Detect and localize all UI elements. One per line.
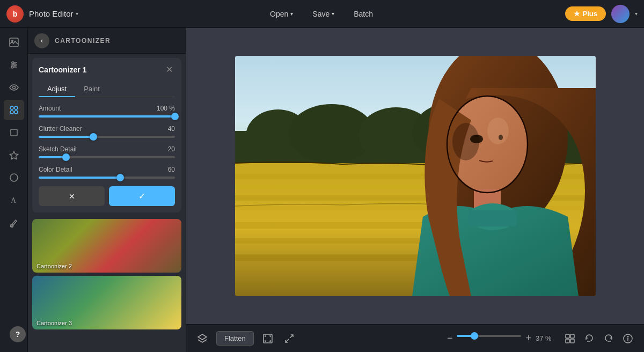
sidebar-icon-eye[interactable] [4, 77, 24, 98]
bottom-right-icons [562, 331, 635, 346]
svg-rect-52 [570, 334, 574, 338]
avatar-dropdown-icon[interactable]: ▾ [635, 11, 638, 17]
app-logo: b [6, 5, 24, 23]
main-area: A ‹ CARTOONIZER Cartoonizer 1 ✕ Adjust P… [0, 28, 644, 352]
sidebar-icon-brush[interactable] [4, 212, 24, 233]
sidebar-icon-effects[interactable] [4, 100, 24, 120]
sidebar-icon-text[interactable]: A [4, 190, 24, 210]
sliders-container: Amount 100 % Clutter Cleaner 40 Sketch D… [39, 105, 175, 179]
slider-label-row-1: Clutter Cleaner 40 [39, 125, 175, 133]
bottom-bar: Flatten − + 37 % [186, 324, 644, 352]
slider-label-0: Amount [39, 105, 61, 112]
slider-fill-1 [39, 136, 93, 138]
slider-label-row-0: Amount 100 % [39, 105, 175, 112]
panel-title: CARTOONIZER [55, 37, 111, 45]
tabs: Adjust Paint [39, 82, 175, 97]
svg-point-17 [10, 225, 13, 228]
photo-frame [235, 56, 596, 296]
panel-back-button[interactable]: ‹ [34, 33, 49, 48]
slider-track-2[interactable] [39, 156, 175, 158]
slider-label-3: Color Detail [39, 166, 72, 173]
slider-thumb-1[interactable] [90, 133, 97, 141]
slider-row-2: Sketch Detail 20 [39, 145, 175, 158]
thumbnail-cartoonizer2[interactable]: Cartoonizer 2 [32, 219, 181, 273]
zoom-track [457, 335, 521, 337]
app-name-button[interactable]: Photo Editor ▾ [29, 9, 78, 18]
zoom-thumb[interactable] [471, 332, 478, 340]
card-header: Cartoonizer 1 ✕ [39, 64, 175, 75]
confirm-button[interactable]: ✓ [109, 186, 175, 206]
cancel-button[interactable]: ✕ [39, 186, 105, 206]
sidebar-icon-adjust[interactable] [4, 55, 24, 75]
svg-point-12 [14, 111, 18, 114]
svg-line-50 [286, 339, 289, 342]
layers-button[interactable] [195, 331, 210, 346]
svg-point-9 [10, 106, 13, 109]
svg-rect-13 [11, 129, 17, 136]
cartoonizer-card: Cartoonizer 1 ✕ Adjust Paint Amount 100 … [32, 58, 181, 212]
save-button[interactable]: Save ▾ [305, 6, 342, 21]
topbar-center: Open ▾ Save ▾ Batch [78, 6, 565, 21]
open-button[interactable]: Open ▾ [262, 6, 301, 21]
slider-row-0: Amount 100 % [39, 105, 175, 118]
svg-point-7 [11, 66, 13, 68]
topbar-right: ★ Plus ▾ [565, 5, 638, 23]
tab-adjust[interactable]: Adjust [39, 82, 75, 97]
panel-header: ‹ CARTOONIZER [28, 28, 186, 54]
svg-point-57 [627, 336, 628, 337]
thumb-label-3: Cartoonizer 3 [36, 320, 72, 326]
thumbnail-cartoonizer3[interactable]: Cartoonizer 3 [32, 276, 181, 329]
svg-marker-14 [10, 151, 18, 159]
app-name-label: Photo Editor [29, 9, 74, 18]
zoom-out-button[interactable]: − [447, 333, 453, 344]
svg-rect-51 [566, 334, 569, 338]
panel: ‹ CARTOONIZER Cartoonizer 1 ✕ Adjust Pai… [28, 28, 186, 352]
slider-track-3[interactable] [39, 177, 175, 179]
svg-text:A: A [11, 196, 17, 204]
slider-track-0[interactable] [39, 115, 175, 118]
svg-point-6 [14, 64, 16, 66]
svg-rect-54 [570, 339, 574, 343]
zoom-controls: − + 37 % [447, 333, 556, 344]
photo-svg [235, 56, 596, 296]
batch-button[interactable]: Batch [346, 6, 380, 21]
zoom-slider[interactable] [457, 335, 521, 342]
avatar[interactable] [611, 5, 630, 23]
undo-button[interactable] [582, 331, 597, 346]
flatten-button[interactable]: Flatten [216, 331, 254, 346]
slider-label-row-3: Color Detail 60 [39, 166, 175, 173]
slider-track-1[interactable] [39, 136, 175, 138]
tab-paint[interactable]: Paint [75, 82, 108, 97]
slider-value-3: 60 [168, 166, 175, 173]
slider-value-2: 20 [168, 145, 175, 153]
icon-sidebar: A [0, 28, 28, 352]
sidebar-icon-image[interactable] [4, 32, 24, 53]
canvas-area: Flatten − + 37 % [186, 28, 644, 352]
svg-point-5 [12, 62, 14, 64]
slider-fill-3 [39, 177, 120, 179]
topbar: b Photo Editor ▾ Open ▾ Save ▾ Batch ★ P… [0, 0, 644, 28]
card-close-button[interactable]: ✕ [164, 64, 175, 75]
svg-point-45 [487, 118, 509, 144]
help-button[interactable]: ? [10, 326, 26, 342]
svg-rect-53 [566, 339, 569, 343]
slider-value-1: 40 [168, 125, 175, 133]
zoom-in-button[interactable]: + [525, 333, 531, 344]
info-button[interactable] [620, 331, 635, 346]
svg-rect-40 [469, 210, 517, 226]
slider-thumb-2[interactable] [62, 153, 70, 161]
sidebar-icon-star[interactable] [4, 145, 24, 165]
slider-thumb-0[interactable] [171, 113, 179, 120]
redo-button[interactable] [601, 331, 616, 346]
slider-label-row-2: Sketch Detail 20 [39, 145, 175, 153]
sidebar-icon-circle[interactable] [4, 167, 24, 188]
grid-button[interactable] [562, 331, 577, 346]
slider-row-3: Color Detail 60 [39, 166, 175, 179]
plus-button[interactable]: ★ Plus [565, 6, 606, 21]
slider-value-0: 100 % [157, 105, 175, 112]
fit-screen-button[interactable] [260, 331, 275, 346]
slider-thumb-3[interactable] [116, 174, 124, 181]
sidebar-icon-crop[interactable] [4, 122, 24, 143]
card-title: Cartoonizer 1 [39, 65, 86, 74]
fullscreen-button[interactable] [282, 331, 297, 346]
